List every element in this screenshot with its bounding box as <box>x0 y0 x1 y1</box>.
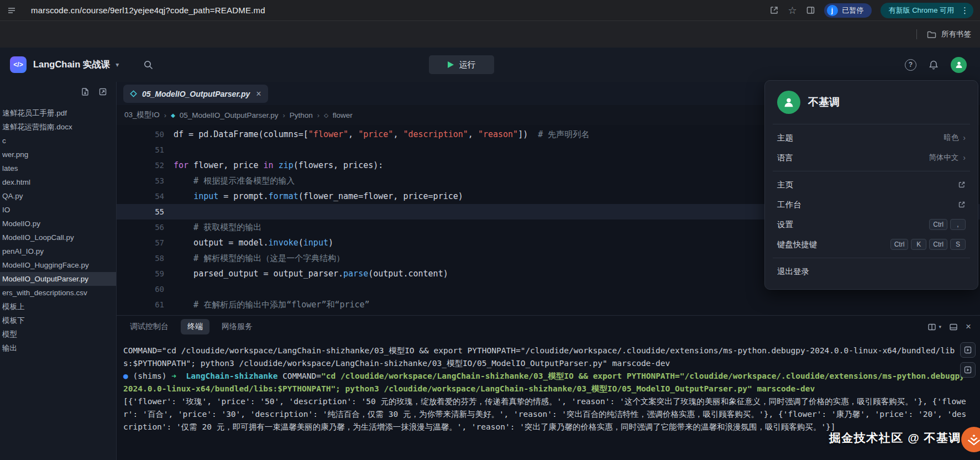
open-editors-icon[interactable] <box>98 87 107 96</box>
divider <box>773 171 970 171</box>
symbol-icon: ◇ <box>324 112 328 118</box>
menu-item-settings[interactable]: 设置 Ctrl , <box>777 215 966 234</box>
terminal-line: ● (shims) ➜ LangChain-shizhanke COMMAND=… <box>123 370 971 395</box>
user-avatar[interactable] <box>951 57 967 73</box>
folder-icon <box>927 30 936 39</box>
chrome-update-badge[interactable]: 有新版 Chrome 可用 ⋮ <box>881 3 973 18</box>
split-panel-icon[interactable] <box>927 323 936 331</box>
chevron-down-icon[interactable]: ▾ <box>116 61 119 69</box>
tab-title: 05_ModelIO_OutputParser.py <box>142 90 250 98</box>
breadcrumb-item[interactable]: 03_模型IO <box>124 110 160 120</box>
kebab-menu-icon[interactable]: ⋮ <box>961 6 969 15</box>
file-item[interactable]: dex.html <box>0 175 116 189</box>
logout-label: 退出登录 <box>777 266 809 277</box>
menu-item-theme[interactable]: 主题 暗色› <box>777 128 966 148</box>
editor-tab[interactable]: 05_ModelIO_OutputParser.py × <box>123 85 268 103</box>
app-logo[interactable]: </> <box>10 56 27 73</box>
file-item[interactable]: 模板下 <box>0 313 116 327</box>
side-panel-icon[interactable] <box>806 6 815 15</box>
file-item[interactable]: penAI_IO.py <box>0 244 116 258</box>
close-panel-icon[interactable]: × <box>966 321 971 332</box>
watermark: 掘金技术社区 @ 不基调 <box>829 430 961 446</box>
tab-network-service[interactable]: 网络服务 <box>215 319 259 334</box>
file-item[interactable]: wer.png <box>0 148 116 161</box>
keyboard-key: Ctrl <box>929 219 947 230</box>
course-title[interactable]: LangChain 实战课 <box>33 59 110 71</box>
terminal-line: [{'flower': '玫瑰', 'price': '50', 'descri… <box>123 395 971 433</box>
file-item[interactable]: 速鲜花员工手册.pdf <box>0 106 116 120</box>
divider <box>916 29 917 39</box>
external-link-icon <box>958 201 966 208</box>
panel-layout-icon[interactable] <box>949 323 958 331</box>
file-item[interactable]: 输出 <box>0 341 116 355</box>
ide-header-actions: ? <box>905 57 970 73</box>
menu-item-logout[interactable]: 退出登录 <box>777 262 966 281</box>
close-tab-icon[interactable]: × <box>256 89 261 99</box>
juejin-extension-icon: j <box>827 5 838 16</box>
language-label: 语言 <box>777 153 793 163</box>
url-text[interactable]: marscode.cn/course/9erl12yejee4qj?code_p… <box>31 6 265 15</box>
file-item[interactable]: ModelIO.py <box>0 217 116 231</box>
file-explorer: 速鲜花员工手册.pdf速鲜花运营指南.docxcwer.pnglatesdex.… <box>0 82 117 460</box>
file-item[interactable]: ModelIO_OutputParser.py <box>0 272 116 286</box>
settings-label: 设置 <box>777 219 793 230</box>
all-bookmarks-label[interactable]: 所有书签 <box>941 29 971 39</box>
open-in-new-icon[interactable] <box>769 6 779 15</box>
file-item[interactable]: 模板上 <box>0 300 116 313</box>
panel-actions: ▾ × <box>927 321 980 332</box>
menu-item-home[interactable]: 主页 <box>777 175 966 195</box>
terminal-action-icon[interactable] <box>960 342 976 358</box>
user-menu-header: 不基调 <box>777 91 966 121</box>
keyboard-key: , <box>950 219 966 230</box>
keyboard-key: Ctrl <box>929 239 947 250</box>
keyboard-key: K <box>911 239 926 250</box>
file-list: 速鲜花员工手册.pdf速鲜花运营指南.docxcwer.pnglatesdex.… <box>0 102 116 355</box>
browser-address-bar: marscode.cn/course/9erl12yejee4qj?code_p… <box>0 0 980 20</box>
python-file-icon <box>130 90 137 97</box>
tab-debug-console[interactable]: 调试控制台 <box>123 319 175 334</box>
tab-terminal[interactable]: 终端 <box>181 319 209 334</box>
paused-badge-label: 已暂停 <box>842 6 864 15</box>
bookmark-star-icon[interactable]: ☆ <box>788 4 796 17</box>
breadcrumb-item[interactable]: flower <box>333 111 353 119</box>
file-explorer-toolbar <box>0 82 116 102</box>
python-icon: ◆ <box>171 112 175 118</box>
update-badge-label: 有新版 Chrome 可用 <box>889 6 954 15</box>
breadcrumb-item[interactable]: Python <box>290 111 313 119</box>
file-item[interactable]: QA.py <box>0 189 116 203</box>
chevron-right-icon: › <box>963 153 966 162</box>
breadcrumb-item[interactable]: 05_ModelIO_OutputParser.py <box>180 111 279 119</box>
run-button[interactable]: 运行 <box>429 55 494 74</box>
user-menu: 不基调 主题 暗色› 语言 简体中文› 主页 工作台 设置 Ctrl <box>764 80 978 290</box>
panel-tab-bar: 调试控制台 终端 网络服务 ▾ × <box>117 316 980 338</box>
terminal-action-icon[interactable] <box>960 362 976 378</box>
chevron-down-icon[interactable]: ▾ <box>939 324 942 330</box>
file-item[interactable]: ModelIO_LoopCall.py <box>0 231 116 244</box>
divider <box>773 258 970 258</box>
new-file-icon[interactable] <box>81 87 90 96</box>
file-item[interactable]: ers_with_descriptions.csv <box>0 286 116 300</box>
terminal-line: COMMAND="cd /cloudide/workspace/LangChai… <box>123 344 971 370</box>
search-icon[interactable] <box>143 60 154 70</box>
external-link-icon <box>958 181 966 189</box>
file-item[interactable]: lates <box>0 161 116 175</box>
tab-list-icon[interactable] <box>7 6 17 15</box>
code-line[interactable]: 61 # 在解析后的输出中添加“flower”和“price” <box>117 297 980 312</box>
file-item[interactable]: c <box>0 134 116 148</box>
extension-paused-badge[interactable]: j 已暂停 <box>824 3 872 18</box>
menu-item-shortcuts[interactable]: 键盘快捷键 Ctrl K Ctrl S <box>777 234 966 254</box>
file-item[interactable]: ModelIO_HuggingFace.py <box>0 258 116 272</box>
browser-actions: ☆ j 已暂停 有新版 Chrome 可用 ⋮ <box>769 3 973 18</box>
notification-bell-icon[interactable] <box>929 60 939 70</box>
chevron-right-icon: › <box>963 133 966 142</box>
menu-item-workspace[interactable]: 工作台 <box>777 195 966 215</box>
help-icon[interactable]: ? <box>905 59 916 71</box>
username: 不基调 <box>808 95 840 109</box>
file-item[interactable]: 速鲜花运营指南.docx <box>0 120 116 134</box>
language-value: 简体中文 <box>929 153 958 163</box>
menu-item-language[interactable]: 语言 简体中文› <box>777 148 966 168</box>
keyboard-key: S <box>950 239 966 250</box>
file-item[interactable]: 模型 <box>0 327 116 341</box>
file-item[interactable]: IO <box>0 203 116 217</box>
keyboard-key: Ctrl <box>890 239 909 250</box>
